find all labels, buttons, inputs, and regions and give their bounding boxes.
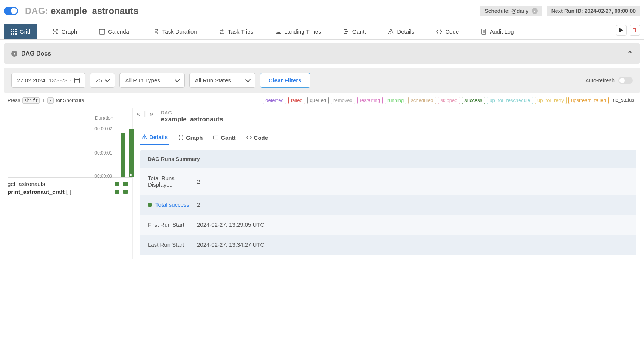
status-row: Press shift + / for Shortcuts deferredfa…	[0, 93, 644, 108]
tab-gantt[interactable]: Gantt	[336, 24, 373, 39]
task-name: get_astronauts	[8, 181, 45, 187]
tab-graph[interactable]: Graph	[45, 24, 84, 39]
run-types-filter[interactable]: All Run Types	[119, 73, 184, 88]
task-row[interactable]: print_astronaut_craft [ ]	[8, 188, 132, 196]
run-states-filter[interactable]: All Run States	[189, 73, 255, 88]
count-value: 25	[96, 77, 102, 83]
dag-docs-bar[interactable]: i DAG Docs ⌃	[4, 43, 640, 64]
grid-icon	[11, 29, 17, 35]
status-badge-up_for_reschedule[interactable]: up_for_reschedule	[487, 97, 533, 104]
svg-point-20	[391, 33, 392, 34]
docs-title: DAG Docs	[21, 50, 51, 57]
bars	[121, 129, 134, 177]
tab-code[interactable]: Code	[429, 24, 466, 39]
tab-task-duration[interactable]: Task Duration	[146, 24, 204, 39]
count-filter[interactable]: 25	[90, 73, 115, 88]
status-badge-restarting[interactable]: restarting	[357, 97, 383, 104]
auto-refresh: Auto-refresh	[585, 77, 633, 84]
run-button[interactable]	[616, 25, 627, 36]
date-filter[interactable]: 27.02.2024, 13:38:30	[11, 73, 85, 88]
auto-refresh-label: Auto-refresh	[585, 77, 615, 83]
svg-point-30	[182, 139, 184, 140]
summary-key: Total Runs Displayed	[148, 175, 175, 188]
chevron-down-icon	[245, 77, 251, 82]
task-row[interactable]: get_astronauts	[8, 180, 132, 188]
tab-grid-label: Grid	[20, 28, 30, 35]
header-left: DAG: example_astronauts	[4, 6, 138, 16]
status-badge-up_for_retry[interactable]: up_for_retry	[535, 97, 567, 104]
tries-icon	[219, 29, 225, 35]
clear-filters-button[interactable]: Clear Filters	[260, 73, 310, 88]
status-badge-deferred[interactable]: deferred	[263, 97, 286, 104]
summary-row: Total success2	[140, 195, 636, 215]
grid-sidebar: Duration 00:00:02 00:00:01 00:00:00 get_…	[4, 108, 132, 259]
tab-grid[interactable]: Grid	[4, 24, 37, 39]
calendar-icon	[74, 78, 80, 83]
run-bar[interactable]	[129, 129, 134, 177]
summary-key[interactable]: Total success	[155, 201, 189, 208]
duration-icon	[153, 29, 159, 35]
chevron-up-icon[interactable]: ⌃	[627, 49, 633, 58]
status-badge-failed[interactable]: failed	[288, 97, 305, 104]
tab-calendar[interactable]: Calendar	[92, 24, 138, 39]
task-status-box[interactable]	[115, 190, 119, 194]
status-badge-running[interactable]: running	[385, 97, 406, 104]
status-badge-removed[interactable]: removed	[331, 97, 355, 104]
svg-rect-1	[13, 29, 14, 30]
status-boxes	[115, 190, 132, 194]
schedule-badge: Schedule: @daily i	[480, 6, 542, 16]
tab-tries-label: Task Tries	[228, 28, 254, 35]
status-no-status: no_status	[611, 97, 636, 104]
details-icon	[142, 134, 147, 140]
sub-tab-details[interactable]: Details	[140, 130, 169, 145]
filters-bar: 27.02.2024, 13:38:30 25 All Run Types Al…	[4, 68, 640, 93]
chevron-down-icon	[105, 77, 110, 82]
svg-rect-5	[15, 31, 17, 32]
collapse-right-icon[interactable]: »	[150, 110, 153, 126]
tab-details[interactable]: Details	[381, 24, 421, 39]
status-badge-upstream_failed[interactable]: upstream_failed	[568, 97, 609, 104]
svg-point-11	[53, 33, 54, 34]
svg-rect-14	[99, 29, 105, 34]
page-header: DAG: example_astronauts Schedule: @daily…	[0, 0, 644, 22]
kbd-shift: shift	[22, 97, 40, 104]
summary-val: 2024-02-27, 13:34:27 UTC	[197, 241, 264, 248]
svg-point-29	[179, 139, 180, 140]
auto-refresh-toggle[interactable]	[618, 77, 633, 84]
collapse-left-icon[interactable]: «	[136, 110, 140, 126]
summary-val: 2024-02-27, 13:29:05 UTC	[197, 221, 264, 228]
tab-audit-label: Audit Log	[490, 28, 514, 35]
task-status-box[interactable]	[123, 190, 128, 194]
task-status-box[interactable]	[115, 182, 119, 186]
kbd-slash: /	[47, 97, 54, 104]
summary-row: Last Run Start2024-02-27, 13:34:27 UTC	[140, 235, 636, 255]
header-right: Schedule: @daily i Next Run ID: 2024-02-…	[480, 6, 640, 16]
docs-left: i DAG Docs	[11, 50, 51, 57]
tab-landing-times[interactable]: Landing Times	[268, 24, 328, 39]
main-area: Duration 00:00:02 00:00:01 00:00:00 get_…	[0, 108, 644, 259]
svg-point-10	[56, 29, 58, 31]
duration-chart: 00:00:02 00:00:01 00:00:00	[8, 125, 132, 178]
dag-toggle[interactable]	[4, 7, 18, 15]
tab-task-tries[interactable]: Task Tries	[212, 24, 260, 39]
task-status-box[interactable]	[123, 182, 128, 186]
status-badge-queued[interactable]: queued	[307, 97, 329, 104]
sub-tab-graph[interactable]: Graph	[177, 130, 204, 145]
run-bar[interactable]	[121, 133, 125, 177]
summary-row: First Run Start2024-02-27, 13:29:05 UTC	[140, 215, 636, 235]
status-badge-skipped[interactable]: skipped	[438, 97, 460, 104]
summary-key: First Run Start	[148, 221, 184, 228]
task-name: print_astronaut_craft [ ]	[8, 189, 71, 195]
sub-tab-gantt[interactable]: Gantt	[212, 130, 237, 145]
svg-line-13	[53, 30, 57, 34]
status-badge-success[interactable]: success	[462, 97, 485, 104]
next-run-badge: Next Run ID: 2024-02-27, 00:00:00	[547, 6, 640, 16]
delete-button[interactable]: 🗑	[630, 25, 640, 36]
tab-audit-log[interactable]: Audit Log	[474, 24, 520, 39]
sub-tab-code[interactable]: Code	[245, 130, 270, 145]
y-tick: 00:00:02	[94, 126, 112, 131]
svg-point-27	[179, 135, 180, 137]
info-icon[interactable]: i	[532, 8, 538, 14]
status-badge-scheduled[interactable]: scheduled	[408, 97, 436, 104]
success-dot-icon	[148, 203, 152, 207]
